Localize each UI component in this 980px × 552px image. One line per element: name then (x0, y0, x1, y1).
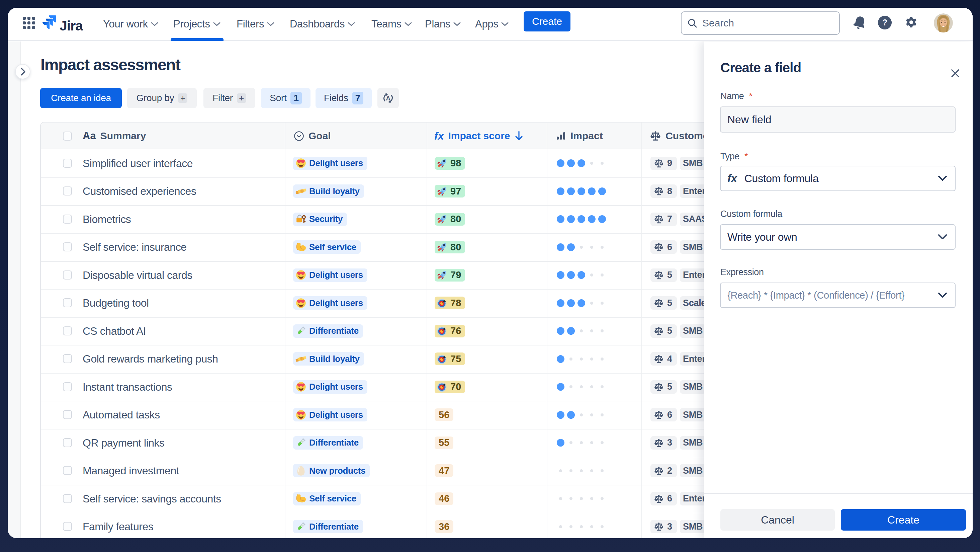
svg-text:?: ? (882, 18, 888, 27)
